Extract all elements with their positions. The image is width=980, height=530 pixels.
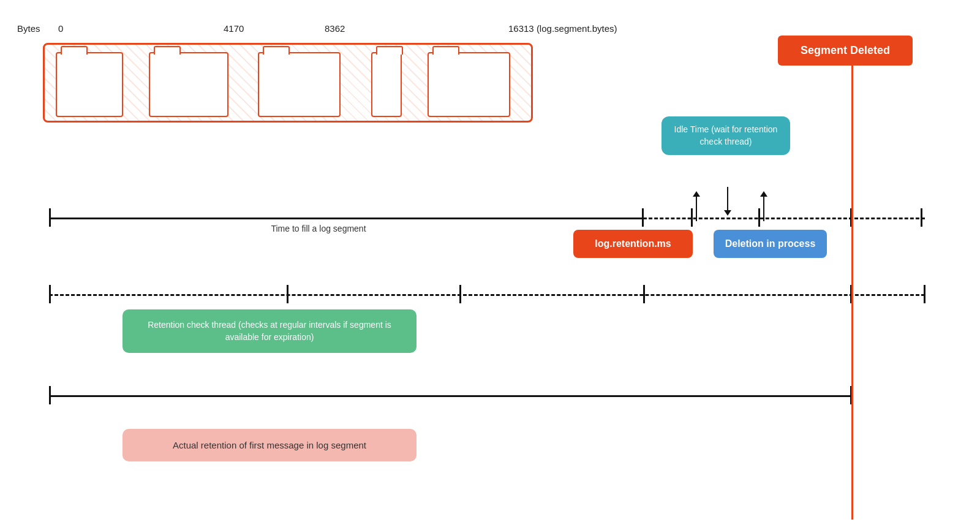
byte-8362: 8362 — [325, 23, 345, 34]
diagram: Bytes 0 4170 8362 16313 (log.segment.byt… — [0, 0, 980, 530]
log-retention-ms-callout: log.retention.ms — [573, 230, 693, 258]
idle-time-arrow-head — [724, 210, 731, 216]
byte-0: 0 — [58, 23, 63, 34]
segment-deleted-callout: Segment Deleted — [778, 36, 913, 66]
tick-t2-1 — [287, 285, 288, 303]
retention-ms-arrow-head — [693, 191, 700, 197]
message-box-5 — [428, 52, 510, 117]
timeline1-dashed — [643, 218, 925, 219]
timeline1-solid — [49, 218, 643, 219]
byte-16313: 16313 (log.segment.bytes) — [508, 23, 617, 34]
idle-time-callout: Idle Time (wait for retention check thre… — [662, 116, 790, 155]
vertical-red-line — [851, 42, 853, 520]
retention-check-thread-callout: Retention check thread (checks at regula… — [123, 309, 417, 353]
tick-t2-3 — [643, 285, 645, 303]
tick-t2-right — [924, 285, 925, 303]
tick-t2-2 — [459, 285, 461, 303]
deletion-arrow-head — [760, 191, 767, 197]
message-box-1 — [56, 52, 123, 117]
retention-ms-arrow-line — [696, 197, 697, 221]
timeline3-solid — [49, 395, 851, 397]
message-box-2 — [149, 52, 228, 117]
deletion-arrow-line — [763, 197, 764, 221]
bytes-label: Bytes — [17, 23, 40, 34]
segment-box — [43, 43, 533, 123]
byte-4170: 4170 — [224, 23, 244, 34]
deletion-arrow — [760, 191, 767, 221]
actual-retention-callout: Actual retention of first message in log… — [123, 429, 417, 461]
message-box-3 — [258, 52, 341, 117]
timeline2-dashed — [49, 294, 925, 296]
tick-t1-right — [921, 208, 922, 227]
retention-ms-arrow — [693, 191, 700, 221]
idle-time-arrow-line — [727, 187, 728, 210]
deletion-in-process-callout: Deletion in process — [714, 230, 827, 258]
timeline1-label: Time to fill a log segment — [214, 224, 423, 233]
idle-time-arrow — [724, 187, 731, 216]
message-box-4 — [371, 52, 402, 117]
